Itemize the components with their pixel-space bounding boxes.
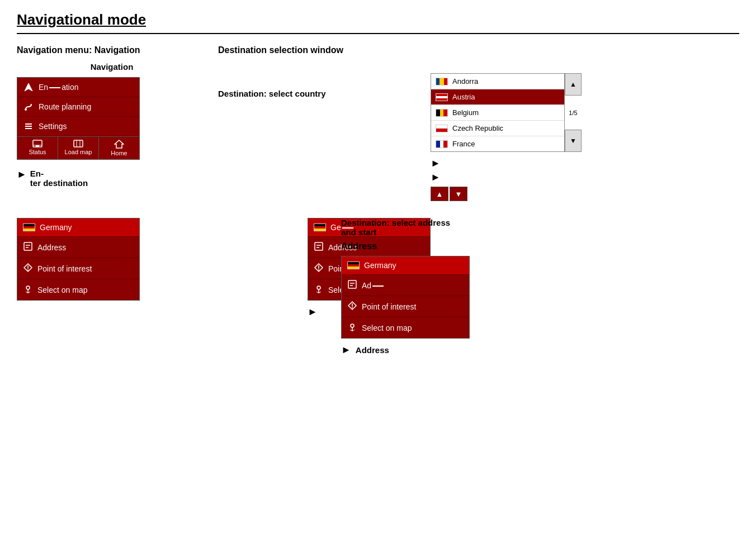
nav-menu-section-label: Navigation menu: Navigation xyxy=(17,45,207,55)
flag-fr xyxy=(436,140,448,148)
navigation-icon xyxy=(23,82,34,93)
flag-cz xyxy=(436,125,448,132)
address-center-label: Address xyxy=(341,241,377,251)
dest-menu1-germany[interactable]: Germany xyxy=(17,218,139,237)
nav-footer-loadmap-label: Load map xyxy=(65,149,92,155)
flag-at xyxy=(436,93,448,101)
nav-item-settings[interactable]: Settings xyxy=(17,117,139,136)
page-indicator: 1/5 xyxy=(565,108,582,117)
svg-point-17 xyxy=(27,269,29,270)
status-icon xyxy=(32,140,42,149)
country-item-austria[interactable]: Austria xyxy=(431,89,564,105)
dest-menu3-address-label: Ad xyxy=(362,281,385,290)
nav-menu-box: Enation Route planning xyxy=(17,77,140,160)
nav-center-label: Navigation xyxy=(17,62,207,72)
dest-menu-3: Germany Ad xyxy=(341,256,470,339)
country-name-france: France xyxy=(452,140,475,148)
svg-point-34 xyxy=(351,324,354,327)
dest-menu1-poi-label: Point of interest xyxy=(37,264,92,273)
flag-be xyxy=(436,109,448,117)
nav-footer-home[interactable]: Home xyxy=(99,137,139,159)
map-pin-icon-3 xyxy=(347,322,357,334)
address-icon-3 xyxy=(347,279,357,291)
dest-menu3-selectmap-label: Select on map xyxy=(362,323,412,332)
menu2-bottom-arrow: ► xyxy=(308,306,318,317)
dest-select-country-label: Destination: select country xyxy=(218,89,431,98)
dest-menu1-address-label: Address xyxy=(37,243,66,252)
svg-rect-12 xyxy=(24,242,32,250)
flag-ad xyxy=(436,78,448,85)
country-item-czech[interactable]: Czech Republic xyxy=(431,121,564,136)
nav-item-label-settings: Settings xyxy=(39,122,67,131)
dest-menu3-poi-label: Point of interest xyxy=(362,302,416,311)
poi-icon-3 xyxy=(347,301,357,312)
nav-item-route-planning[interactable]: Route planning xyxy=(17,97,139,117)
home-icon xyxy=(114,140,124,150)
country-name-belgium: Belgium xyxy=(452,108,479,117)
flag-de-3 xyxy=(347,261,360,269)
poi-icon-1 xyxy=(23,263,33,274)
country-item-france[interactable]: France xyxy=(431,136,564,151)
dest-menu1-selectmap[interactable]: Select on map xyxy=(17,279,139,300)
country-arrow-1: ► xyxy=(431,158,441,169)
dest-section-label: Destination selection window xyxy=(218,45,431,55)
menu3-bottom-address-label: Address xyxy=(356,345,389,355)
dest-menu1-poi[interactable]: Point of interest xyxy=(17,258,139,279)
country-arrow-2: ► xyxy=(431,172,441,183)
dest-menu3-address[interactable]: Ad xyxy=(342,275,469,296)
arrow-up-btn[interactable]: ▲ xyxy=(431,187,448,201)
nav-item-enter-destination[interactable]: Enation xyxy=(17,78,139,97)
route-icon xyxy=(23,101,34,112)
country-item-belgium[interactable]: Belgium xyxy=(431,105,564,121)
dest-menu1-selectmap-label: Select on map xyxy=(37,285,88,294)
enter-dest-arrow: ► xyxy=(17,169,27,180)
nav-footer-home-label: Home xyxy=(111,150,127,156)
scroll-down-btn[interactable]: ▼ xyxy=(565,130,582,152)
svg-marker-0 xyxy=(25,83,32,91)
nav-footer-loadmap[interactable]: Load map xyxy=(58,137,99,159)
dest-menu3-poi[interactable]: Point of interest xyxy=(342,296,469,317)
dest-menu1-address[interactable]: Address xyxy=(17,237,139,258)
country-list-wrapper: Andorra Austria Belgium Czech Republic xyxy=(431,73,587,152)
dest-menu3-germany-label: Germany xyxy=(364,261,396,270)
svg-rect-28 xyxy=(348,280,356,288)
dest-menu-1: Germany Address xyxy=(17,218,140,301)
svg-marker-11 xyxy=(115,140,124,148)
svg-rect-8 xyxy=(74,140,83,147)
svg-point-18 xyxy=(26,286,30,289)
settings-icon xyxy=(23,121,34,132)
scroll-buttons: ▲ 1/5 ▼ xyxy=(565,73,582,152)
dest-menu1-germany-label: Germany xyxy=(40,223,72,232)
enter-dest-label: En- ter destination xyxy=(30,169,88,188)
nav-footer-status[interactable]: Status xyxy=(17,137,58,159)
svg-rect-7 xyxy=(36,145,39,147)
country-name-czech: Czech Republic xyxy=(452,124,503,132)
page-title: Navigational mode xyxy=(17,11,739,34)
country-item-andorra[interactable]: Andorra xyxy=(431,74,564,89)
country-name-andorra: Andorra xyxy=(452,77,478,85)
country-list: Andorra Austria Belgium Czech Republic xyxy=(431,73,565,152)
nav-item-label-enter-dest: Enation xyxy=(39,83,78,92)
flag-de-1 xyxy=(23,223,35,231)
nav-item-label-route: Route planning xyxy=(39,102,91,111)
scroll-up-btn[interactable]: ▲ xyxy=(565,73,582,96)
nav-footer-status-label: Status xyxy=(29,149,46,155)
map-pin-icon-1 xyxy=(23,284,33,296)
svg-point-1 xyxy=(25,108,27,111)
dest-select-address-label: Destination: select address and start xyxy=(341,218,464,237)
dest-menu3-germany[interactable]: Germany xyxy=(342,256,469,275)
map-icon xyxy=(73,140,83,149)
address-icon-1 xyxy=(23,241,33,253)
menu3-bottom-arrow: ► xyxy=(341,344,351,356)
svg-point-33 xyxy=(352,307,353,308)
country-name-austria: Austria xyxy=(452,93,475,101)
nav-footer: Status Load map xyxy=(17,136,139,159)
dest-menu3-selectmap[interactable]: Select on map xyxy=(342,317,469,338)
arrow-down-btn[interactable]: ▼ xyxy=(450,187,467,201)
arrow-btn-row: ▲ ▼ xyxy=(431,187,587,201)
